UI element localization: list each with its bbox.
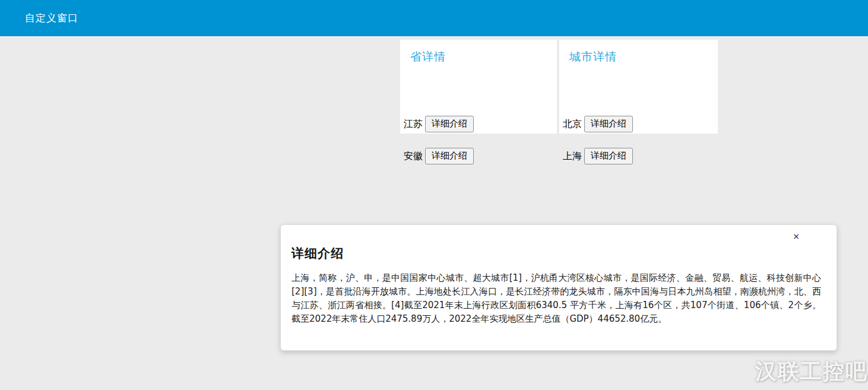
shanghai-detail-button[interactable]: 详细介绍 — [584, 148, 633, 164]
beijing-detail-button[interactable]: 详细介绍 — [584, 116, 633, 132]
modal-title: 详细介绍 — [292, 245, 821, 262]
city-label: 上海 — [563, 150, 582, 163]
app-header: 自定义窗口 — [0, 0, 868, 36]
province-row-anhui: 安徽 详细介绍 — [404, 148, 474, 164]
city-row-shanghai: 上海 详细介绍 — [563, 148, 633, 164]
modal-body-text: 上海，简称，沪、申，是中国国家中心城市、超大城市[1]，沪杭甬大湾区核心城市，是… — [292, 271, 821, 326]
province-row-jiangsu: 江苏 详细介绍 — [404, 116, 474, 132]
city-details-panel: 城市详情 北京 详细介绍 上海 详细介绍 — [559, 40, 718, 134]
jiangsu-detail-button[interactable]: 详细介绍 — [425, 116, 474, 132]
watermark-text: 汉联工控吧 — [755, 357, 868, 386]
anhui-detail-button[interactable]: 详细介绍 — [425, 148, 474, 164]
city-label: 北京 — [563, 118, 582, 131]
province-panel-title: 省详情 — [410, 49, 446, 65]
close-icon[interactable]: × — [793, 232, 800, 240]
detail-modal: × 详细介绍 上海，简称，沪、申，是中国国家中心城市、超大城市[1]，沪杭甬大湾… — [280, 224, 837, 351]
window-title: 自定义窗口 — [25, 11, 78, 25]
province-label: 江苏 — [404, 118, 423, 131]
province-details-panel: 省详情 江苏 详细介绍 安徽 详细介绍 — [400, 40, 557, 134]
city-panel-title: 城市详情 — [569, 49, 617, 65]
city-row-beijing: 北京 详细介绍 — [563, 116, 633, 132]
province-label: 安徽 — [404, 150, 423, 163]
